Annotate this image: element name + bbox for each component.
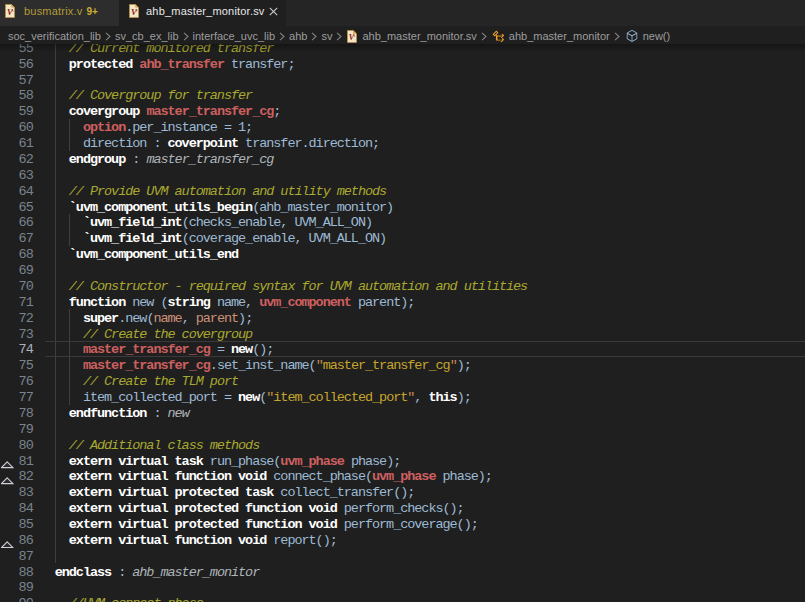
svg-text:V: V bbox=[349, 33, 355, 42]
